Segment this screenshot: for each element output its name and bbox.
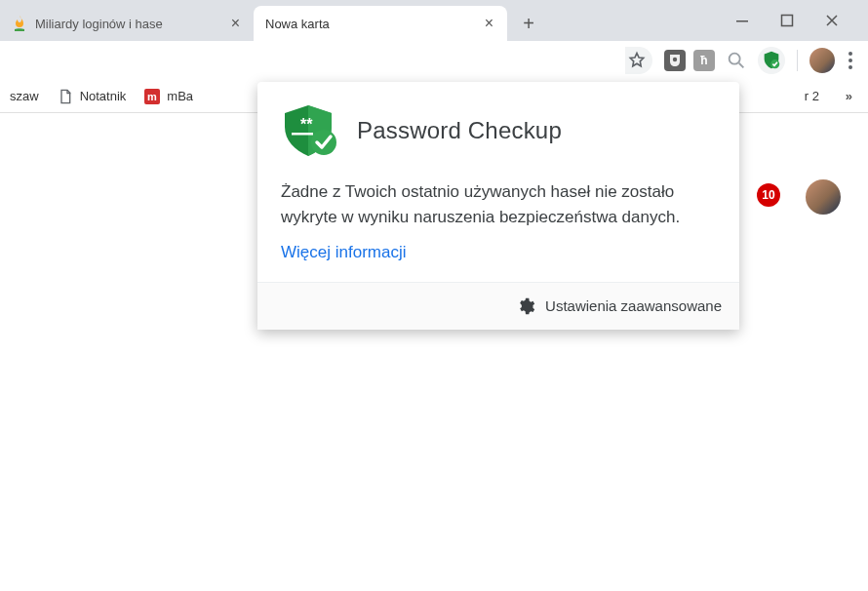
popup-footer: Ustawienia zaawansowane xyxy=(257,282,739,330)
popup-title: Password Checkup xyxy=(357,117,562,144)
svg-text:m: m xyxy=(147,91,157,102)
ublock-icon[interactable] xyxy=(664,50,686,71)
svg-point-3 xyxy=(730,53,740,63)
bookmark-truncated[interactable]: r 2 xyxy=(805,89,819,103)
svg-rect-0 xyxy=(736,20,748,22)
flame-icon xyxy=(12,16,27,31)
close-icon[interactable]: × xyxy=(483,15,495,32)
new-tab-button[interactable]: + xyxy=(515,10,542,37)
svg-rect-8 xyxy=(292,133,313,136)
bookmarks-overflow-button[interactable]: » xyxy=(846,89,852,103)
close-window-button[interactable] xyxy=(825,14,845,27)
bookmark-star-button[interactable] xyxy=(625,47,652,74)
password-checkup-popup: ** Password Checkup Żadne z Twoich ostat… xyxy=(257,82,739,330)
bookmark-label: Notatnik xyxy=(80,89,127,103)
browser-toolbar: ħ xyxy=(0,41,868,80)
popup-header: ** Password Checkup xyxy=(257,82,739,168)
menu-button[interactable] xyxy=(843,46,858,75)
svg-point-2 xyxy=(673,57,677,60)
shield-check-icon: ** xyxy=(281,103,339,158)
svg-rect-1 xyxy=(782,16,793,26)
popup-body-text: Żadne z Twoich ostatnio używanych haseł … xyxy=(257,168,739,237)
close-icon[interactable]: × xyxy=(229,15,242,32)
minimize-button[interactable] xyxy=(735,14,755,27)
tab-active[interactable]: Nowa karta × xyxy=(254,6,507,41)
advanced-settings-button[interactable]: Ustawienia zaawansowane xyxy=(545,297,722,314)
tab-title: Miliardy loginów i hase xyxy=(35,17,221,31)
mbank-icon: m xyxy=(143,88,161,105)
tab-title: Nowa karta xyxy=(265,17,475,31)
bookmark-truncated[interactable]: szaw xyxy=(10,89,39,103)
doc-icon xyxy=(57,88,74,105)
tab-strip: Miliardy loginów i hase × Nowa karta × + xyxy=(0,0,868,41)
more-info-link[interactable]: Więcej informacji xyxy=(257,237,739,282)
profile-avatar[interactable] xyxy=(809,48,835,73)
bookmark-label: mBa xyxy=(167,89,193,103)
extension-icon[interactable]: ħ xyxy=(693,50,715,71)
separator xyxy=(797,50,798,71)
gear-icon xyxy=(516,296,535,316)
lens-icon[interactable] xyxy=(723,47,750,74)
bookmark-item[interactable]: Notatnik xyxy=(57,88,127,105)
password-checkup-extension-icon[interactable] xyxy=(758,47,785,74)
bookmark-item[interactable]: m mBa xyxy=(143,88,193,105)
maximize-button[interactable] xyxy=(780,14,800,27)
page-avatar[interactable] xyxy=(806,179,841,215)
tab-inactive[interactable]: Miliardy loginów i hase × xyxy=(0,6,254,41)
notification-badge[interactable]: 10 xyxy=(757,183,780,207)
window-controls xyxy=(735,0,868,41)
svg-text:**: ** xyxy=(300,116,313,133)
